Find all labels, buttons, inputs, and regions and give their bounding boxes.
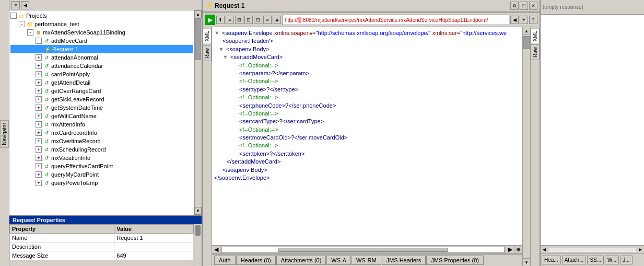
cardPointApply-label: cardPointApply [51, 71, 90, 77]
expand-performance-test[interactable]: - [19, 21, 25, 27]
raw-tab-right[interactable]: Raw [531, 44, 540, 60]
soap-binding-label: mxAttendServiceSoap11Binding [43, 29, 125, 36]
tree-item-getSickLeaveRecord[interactable]: + ↺ getSickLeaveRecord [10, 95, 193, 103]
xml-line-18: </soapenv:Body> [214, 166, 520, 174]
tb-btn1[interactable]: ⬆ [216, 16, 225, 24]
tree-item-mxAttendInfo[interactable]: + ↺ mxAttendInfo [10, 120, 193, 129]
tree-item-mxVacationInfo[interactable]: + ↺ mxVacationInfo [10, 154, 193, 162]
expand-queryEffectiveCardPoint[interactable]: + [36, 163, 42, 169]
expand-getAttendDetail[interactable]: + [36, 79, 42, 86]
expand-getSickLeaveRecord[interactable]: + [36, 96, 42, 102]
tb-btn2[interactable]: ≡ [226, 16, 234, 24]
tree-item-mxCardrecordInfo[interactable]: + ↺ mxCardrecordInfo [10, 129, 193, 137]
tree-item-request1[interactable]: ⚡ Request 1 [10, 45, 193, 53]
xml-vscrollbar[interactable]: ▲ ▼ [522, 27, 530, 266]
scroll-left-arrow[interactable]: ◀ [212, 246, 220, 253]
menu-btn[interactable]: ≡ [11, 1, 20, 9]
expand-mxVacationInfo[interactable]: + [36, 155, 42, 161]
tb-btn-help[interactable]: ? [529, 16, 537, 24]
horizontal-scrollbar[interactable]: ◀ ▶ ⊕ [212, 245, 522, 253]
tree-item-getAttendDetail[interactable]: + ↺ getAttendDetail [10, 78, 193, 87]
expand-attendanceCalendar[interactable]: + [36, 63, 42, 69]
tab-wsa[interactable]: WS-A [326, 256, 351, 265]
properties-scrollbar[interactable] [194, 224, 202, 266]
xml-line-7: <!--Optional:--> [214, 77, 520, 85]
resp-tab-attach[interactable]: Attach... [562, 256, 587, 264]
tb-btn4[interactable]: ⊡ [244, 16, 253, 24]
tree-item-mxOvertimeRecord[interactable]: + ↺ mxOvertimeRecord [10, 137, 193, 145]
xml-line-content-16: <ser:token>?</ser:token> [239, 150, 305, 158]
tree-item-soap-binding[interactable]: - ⚙ mxAttendServiceSoap11Binding [10, 28, 193, 37]
tree-item-projects[interactable]: - 🗂 Projects [10, 11, 193, 20]
tree-item-queryPoweToEmp[interactable]: + ↺ queryPoweToEmp [10, 179, 193, 187]
scroll-right-arrow[interactable]: ▶ [506, 246, 514, 253]
resp-scroll-left[interactable]: ◀ [541, 247, 548, 252]
expand-mxSchedulingRecord[interactable]: + [36, 146, 42, 153]
prop-row-description: Description [10, 242, 194, 251]
tb-btn6[interactable]: ≡ [263, 16, 272, 24]
tb-btn5[interactable]: ⊡ [254, 16, 262, 24]
tree-item-performance-test[interactable]: - 📁 performance_test [10, 20, 193, 28]
tree-item-queryEffectiveCardPoint[interactable]: + ↺ queryEffectiveCardPoint [10, 162, 193, 170]
expand-getWifiCardName[interactable]: + [36, 113, 42, 119]
xml-line-content-3: <soapenv:Body> [226, 45, 270, 53]
xml-tab-right[interactable]: XML [531, 28, 540, 44]
tab-auth[interactable]: Auth [214, 256, 236, 265]
scroll-down-arrow[interactable]: ▼ [194, 207, 202, 215]
raw-tab[interactable]: Raw [203, 45, 212, 61]
expand-projects[interactable]: - [10, 13, 17, 19]
tb-btn3[interactable]: ⊞ [235, 16, 243, 24]
expand-queryMyCardPoint[interactable]: + [36, 171, 42, 178]
response-hscrollbar[interactable]: ◀ ▶ [541, 245, 644, 253]
tree-scroll-area: - 🗂 Projects - 📁 performance_test [9, 10, 194, 215]
resp-tab-j[interactable]: J... [620, 256, 632, 264]
tree-item-cardPointApply[interactable]: + ↺ cardPointApply [10, 70, 193, 78]
tree-item-mxSchedulingRecord[interactable]: + ↺ mxSchedulingRecord [10, 145, 193, 154]
tab-jms-headers[interactable]: JMS Headers [382, 256, 426, 265]
url-bar[interactable]: http:// :8080/mjattend/services/mxAttend… [282, 15, 509, 25]
expand-getOverRangeCard[interactable]: + [36, 88, 42, 94]
xml-scroll-up[interactable]: ▲ [523, 27, 530, 35]
resp-tab-ss[interactable]: SS... [587, 256, 604, 264]
send-button[interactable]: ▶ [205, 15, 215, 25]
expand-addMoveCard[interactable]: - [36, 38, 42, 44]
resp-tab-hea[interactable]: Hea... [542, 256, 561, 264]
expand-attendanAbnormal[interactable]: + [36, 54, 42, 61]
expand-cardPointApply[interactable]: + [36, 71, 42, 77]
expand-mxCardrecordInfo[interactable]: + [36, 130, 42, 136]
tab-headers[interactable]: Headers (0) [236, 256, 276, 265]
h-scroll-track[interactable] [221, 247, 505, 253]
tab-wsrm[interactable]: WS-RM [352, 256, 381, 265]
performance-test-label: performance_test [34, 21, 79, 27]
expand-mxOvertimeRecord[interactable]: + [36, 138, 42, 144]
xml-tab[interactable]: XML [203, 28, 212, 44]
close-btn[interactable]: ✕ [529, 2, 537, 10]
xml-editor[interactable]: ▼ <soapenv:Envelope xmlns:soapenv="http:… [212, 27, 522, 245]
maximize-btn[interactable]: □ [520, 2, 528, 10]
tree-item-getOverRangeCard[interactable]: + ↺ getOverRangeCard [10, 87, 193, 95]
expand-queryPoweToEmp[interactable]: + [36, 180, 42, 186]
resp-scroll-right[interactable]: ▶ [637, 247, 644, 252]
tb-btn-nav-fwd[interactable]: + [520, 16, 528, 24]
tab-jms-properties[interactable]: JMS Properties (0) [426, 256, 484, 265]
expand-mxAttendInfo[interactable]: + [36, 121, 42, 128]
expand-getSystemDateTime[interactable]: + [36, 105, 42, 111]
xml-scroll-down[interactable]: ▼ [523, 258, 530, 266]
collapse-btn[interactable]: ◀ [21, 1, 29, 9]
detach-btn[interactable]: ⧉ [510, 2, 519, 10]
tree-item-queryMyCardPoint[interactable]: + ↺ queryMyCardPoint [10, 170, 193, 179]
resp-tab-w[interactable]: W... [605, 256, 619, 264]
navigator-tab[interactable]: Navigator [0, 120, 9, 148]
tab-attachments[interactable]: Attachments (0) [276, 256, 326, 265]
left-vertical-scrollbar[interactable]: ▲ ▼ [194, 10, 202, 215]
scroll-up-arrow[interactable]: ▲ [194, 10, 202, 18]
expand-soap-binding[interactable]: - [27, 29, 33, 36]
tree-item-getWifiCardName[interactable]: + ↺ getWifiCardName [10, 112, 193, 120]
tree-item-attendanceCalendar[interactable]: + ↺ attendanceCalendar [10, 62, 193, 70]
tree-item-addMoveCard[interactable]: - ↺ addMoveCard [10, 37, 193, 45]
tree-item-attendanAbnormal[interactable]: + ↺ attendanAbnormal [10, 53, 193, 62]
tree-item-getSystemDateTime[interactable]: + ↺ getSystemDateTime [10, 103, 193, 112]
xml-scroll-track [523, 35, 530, 258]
tb-btn7[interactable]: ◈ [273, 16, 281, 24]
tb-btn-nav-back[interactable]: ◀ [510, 16, 519, 24]
